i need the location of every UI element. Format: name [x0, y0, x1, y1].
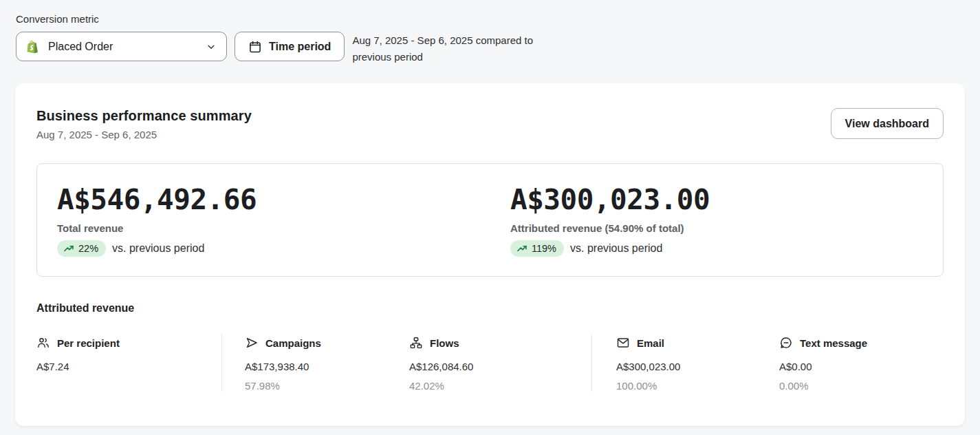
total-revenue-metric: A$546,492.66 Total revenue 22% vs. previ… [57, 184, 510, 257]
email-icon [616, 336, 630, 350]
attributed-revenue-change-badge: 119% [510, 240, 564, 257]
total-revenue-change-value: 22% [78, 243, 98, 254]
attributed-col-campaigns: Campaigns A$173,938.40 57.98% [221, 335, 409, 392]
card-title: Business performance summary [36, 108, 252, 124]
text-message-value: A$0.00 [779, 361, 944, 372]
campaigns-value: A$173,938.40 [245, 361, 409, 372]
campaigns-percent: 57.98% [245, 380, 409, 392]
date-range-comparison-text: Aug 7, 2025 - Sep 6, 2025 compared to pr… [352, 32, 562, 65]
flows-value: A$126,084.60 [409, 361, 591, 372]
total-revenue-change-badge: 22% [57, 240, 106, 257]
business-performance-card: Business performance summary Aug 7, 2025… [15, 83, 965, 426]
people-icon [36, 336, 50, 350]
conversion-metric-dropdown[interactable]: Placed Order [16, 32, 227, 61]
flows-percent: 42.02% [409, 380, 591, 392]
chevron-down-icon [206, 41, 217, 52]
per-recipient-label: Per recipient [57, 337, 120, 349]
trend-up-icon [516, 243, 527, 254]
send-icon [245, 336, 259, 350]
attributed-revenue-vs-text: vs. previous period [570, 242, 662, 255]
total-revenue-vs-text: vs. previous period [112, 242, 204, 255]
attributed-revenue-breakdown: Per recipient A$7.24 Campaigns A$173,938… [36, 335, 944, 392]
email-value: A$300,023.00 [616, 361, 779, 372]
text-message-label: Text message [800, 337, 867, 349]
attributed-col-email: Email A$300,023.00 100.00% [591, 335, 779, 392]
text-message-percent: 0.00% [779, 380, 944, 392]
conversion-metric-label: Conversion metric [16, 13, 965, 25]
card-date-range: Aug 7, 2025 - Sep 6, 2025 [36, 129, 252, 140]
attributed-revenue-change-value: 119% [532, 243, 556, 254]
attributed-col-per-recipient: Per recipient A$7.24 [36, 335, 221, 392]
attributed-revenue-heading: Attributed revenue [36, 302, 944, 315]
trend-up-icon [63, 243, 74, 254]
attributed-revenue-label: Attributed revenue (54.90% of total) [510, 222, 923, 234]
revenue-metrics-box: A$546,492.66 Total revenue 22% vs. previ… [36, 163, 944, 277]
view-dashboard-button[interactable]: View dashboard [831, 108, 944, 139]
attributed-col-flows: Flows A$126,084.60 42.02% [409, 335, 591, 392]
message-icon [779, 336, 793, 350]
shopify-icon [25, 39, 41, 54]
email-label: Email [637, 337, 664, 349]
flow-icon [409, 336, 423, 350]
time-period-label: Time period [269, 41, 331, 53]
time-period-button[interactable]: Time period [235, 32, 345, 61]
attributed-revenue-value: A$300,023.00 [510, 184, 923, 216]
total-revenue-label: Total revenue [57, 222, 510, 234]
flows-label: Flows [430, 337, 459, 349]
per-recipient-value: A$7.24 [36, 361, 221, 372]
total-revenue-value: A$546,492.66 [57, 184, 510, 216]
calendar-icon [248, 40, 262, 54]
campaigns-label: Campaigns [265, 337, 321, 349]
attributed-revenue-metric: A$300,023.00 Attributed revenue (54.90% … [510, 184, 923, 257]
email-percent: 100.00% [616, 380, 779, 392]
attributed-col-text-message: Text message A$0.00 0.00% [779, 335, 944, 392]
conversion-metric-value: Placed Order [48, 41, 113, 53]
conversion-metric-controls: Conversion metric Placed Order [0, 0, 980, 65]
